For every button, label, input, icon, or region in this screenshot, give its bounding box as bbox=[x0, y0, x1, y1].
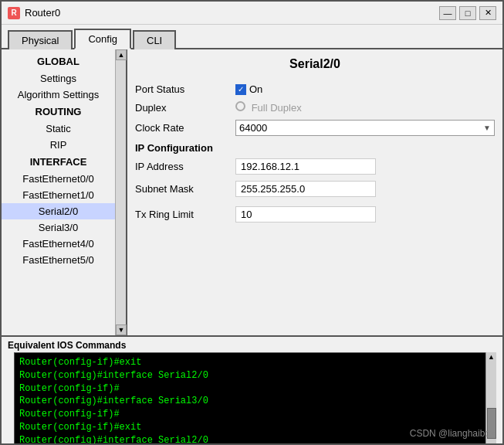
port-status-on-label: On bbox=[249, 83, 262, 95]
duplex-text: Full Duplex bbox=[252, 102, 302, 114]
console-line-2: Router(config-if)# bbox=[19, 382, 474, 396]
right-panel: Serial2/0 Port Status ✓ On Duplex Full D… bbox=[127, 49, 502, 335]
sidebar-item-static[interactable]: Static bbox=[2, 121, 115, 137]
clock-rate-arrow: ▼ bbox=[483, 124, 491, 132]
sidebar-scroll-track bbox=[116, 60, 126, 324]
sidebar-scroll-down[interactable]: ▼ bbox=[116, 324, 127, 335]
equiv-label: Equivalent IOS Commands bbox=[2, 337, 502, 352]
sidebar-item-fastethernet5-0[interactable]: FastEthernet5/0 bbox=[2, 252, 115, 268]
title-bar: R Router0 — □ ✕ bbox=[2, 2, 502, 25]
sidebar-section-interface: INTERFACE bbox=[2, 153, 115, 171]
app-icon: R bbox=[8, 7, 20, 19]
subnet-mask-row: Subnet Mask bbox=[135, 181, 495, 197]
tab-physical[interactable]: Physical bbox=[8, 30, 73, 49]
sidebar-section-routing: ROUTING bbox=[2, 103, 115, 121]
bottom-section: Equivalent IOS Commands Router(config-if… bbox=[2, 335, 502, 443]
console-line-5: Router(config-if)#exit bbox=[19, 421, 474, 434]
sidebar-item-fastethernet0-0[interactable]: FastEthernet0/0 bbox=[2, 171, 115, 187]
ip-address-row: IP Address bbox=[135, 158, 495, 175]
console-line-6: Router(config)#interface Serial2/0 bbox=[19, 434, 474, 443]
sidebar-section-global: GLOBAL bbox=[2, 53, 115, 70]
top-section: GLOBAL Settings Algorithm Settings ROUTI… bbox=[2, 49, 502, 335]
close-button[interactable]: ✕ bbox=[479, 6, 496, 20]
title-controls: — □ ✕ bbox=[439, 6, 496, 20]
port-status-row: Port Status ✓ On bbox=[135, 83, 495, 95]
ip-address-value bbox=[235, 158, 495, 175]
watermark: CSDN @lianghaibos bbox=[410, 428, 495, 439]
sidebar-scroll-up[interactable]: ▲ bbox=[116, 49, 127, 60]
duplex-radio[interactable] bbox=[235, 101, 245, 111]
tx-ring-limit-label: Tx Ring Limit bbox=[135, 209, 235, 220]
tx-ring-limit-input[interactable] bbox=[235, 206, 376, 222]
minimize-button[interactable]: — bbox=[439, 6, 456, 20]
duplex-label: Duplex bbox=[135, 102, 235, 114]
tabs-bar: Physical Config CLI bbox=[2, 25, 502, 49]
main-content: GLOBAL Settings Algorithm Settings ROUTI… bbox=[2, 49, 502, 443]
sidebar: GLOBAL Settings Algorithm Settings ROUTI… bbox=[2, 49, 115, 335]
clock-rate-row: Clock Rate 64000 ▼ bbox=[135, 120, 495, 136]
sidebar-item-settings[interactable]: Settings bbox=[2, 70, 115, 87]
duplex-row: Duplex Full Duplex bbox=[135, 101, 495, 114]
window-title: Router0 bbox=[25, 7, 60, 19]
tx-ring-limit-value bbox=[235, 206, 495, 222]
sidebar-container: GLOBAL Settings Algorithm Settings ROUTI… bbox=[2, 49, 127, 335]
maximize-button[interactable]: □ bbox=[459, 6, 476, 20]
panel-title: Serial2/0 bbox=[135, 57, 495, 74]
console-scroll-up[interactable]: ▲ bbox=[486, 352, 496, 362]
clock-rate-label: Clock Rate bbox=[135, 122, 235, 134]
title-bar-left: R Router0 bbox=[8, 7, 60, 19]
clock-rate-select[interactable]: 64000 ▼ bbox=[235, 120, 495, 136]
ip-address-label: IP Address bbox=[135, 161, 235, 172]
console-line-1: Router(config)#interface Serial2/0 bbox=[19, 369, 474, 382]
tx-ring-limit-row: Tx Ring Limit bbox=[135, 206, 495, 222]
subnet-mask-label: Subnet Mask bbox=[135, 183, 235, 195]
console-line-3: Router(config)#interface Serial3/0 bbox=[19, 395, 474, 408]
port-status-value: ✓ On bbox=[235, 83, 495, 95]
sidebar-item-serial3-0[interactable]: Serial3/0 bbox=[2, 219, 115, 236]
sidebar-item-fastethernet1-0[interactable]: FastEthernet1/0 bbox=[2, 187, 115, 203]
clock-rate-selected: 64000 bbox=[239, 122, 267, 134]
port-status-label: Port Status bbox=[135, 83, 235, 95]
console-line-0: Router(config-if)#exit bbox=[19, 356, 474, 369]
main-window: R Router0 — □ ✕ Physical Config CLI GLOB… bbox=[0, 0, 504, 445]
sidebar-item-rip[interactable]: RIP bbox=[2, 137, 115, 153]
subnet-mask-input[interactable] bbox=[235, 181, 376, 197]
clock-rate-value: 64000 ▼ bbox=[235, 120, 495, 136]
port-status-checkbox[interactable]: ✓ bbox=[235, 84, 246, 95]
sidebar-item-serial2-0[interactable]: Serial2/0 bbox=[2, 203, 115, 219]
tab-cli[interactable]: CLI bbox=[133, 30, 176, 49]
sidebar-item-fastethernet4-0[interactable]: FastEthernet4/0 bbox=[2, 236, 115, 252]
ip-address-input[interactable] bbox=[235, 158, 376, 175]
sidebar-scrollbar: ▲ ▼ bbox=[115, 49, 126, 335]
sidebar-item-algorithm-settings[interactable]: Algorithm Settings bbox=[2, 87, 115, 103]
console-line-4: Router(config-if)# bbox=[19, 408, 474, 421]
duplex-value: Full Duplex bbox=[235, 101, 495, 114]
tab-config[interactable]: Config bbox=[74, 29, 131, 49]
subnet-mask-value bbox=[235, 181, 495, 197]
ip-config-header: IP Configuration bbox=[135, 142, 495, 154]
